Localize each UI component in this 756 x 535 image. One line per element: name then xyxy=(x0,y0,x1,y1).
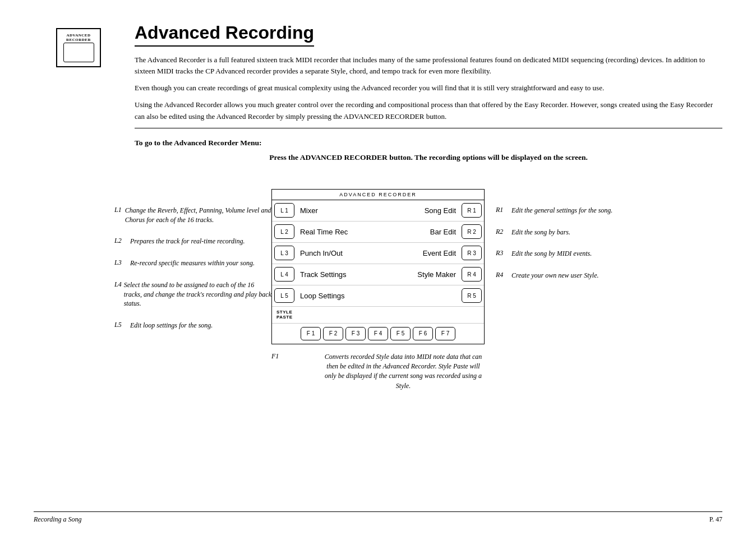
style-paste-label: STYLEPASTE xyxy=(276,310,293,320)
recorder-title-bar: ADVANCED RECORDER xyxy=(272,190,484,200)
label-code-l4: L4 xyxy=(114,280,122,289)
label-code-l2: L2 xyxy=(114,237,128,245)
label-desc-l3: Re-record specific measures within your … xyxy=(130,259,255,268)
row-left-realtimerec: Real Time Rec xyxy=(297,228,378,236)
label-code-l5: L5 xyxy=(114,321,128,329)
row-left-loop-settings: Loop Settings xyxy=(297,292,378,300)
recorder-row-4: L 4 Track Settings Style Maker R 4 xyxy=(272,264,484,285)
btn-r4[interactable]: R 4 xyxy=(462,267,482,282)
btn-l5[interactable]: L 5 xyxy=(274,288,294,303)
row-left-punchin: Punch In/Out xyxy=(297,249,378,257)
btn-f4[interactable]: F 4 xyxy=(368,327,388,340)
right-code-r4: R4 xyxy=(496,271,509,279)
recorder-display: ADVANCED RECORDER L 1 Mixer Song Edit R … xyxy=(271,189,485,391)
btn-f1[interactable]: F 1 xyxy=(301,327,321,340)
right-label-r2: R2 Edit the song by bars. xyxy=(496,228,642,237)
label-code-l1: L1 xyxy=(114,206,123,214)
logo-screen xyxy=(63,43,94,62)
page-container: ADVANCEDRECORDER Advanced Recording The … xyxy=(0,0,756,535)
recorder-row-2: L 2 Real Time Rec Bar Edit R 2 xyxy=(272,222,484,243)
left-label-l2: L2 Prepares the track for real-time reco… xyxy=(114,237,271,246)
separator xyxy=(135,128,722,128)
row-left-track-settings: Track Settings xyxy=(297,270,378,279)
header-section: ADVANCEDRECORDER Advanced Recording The … xyxy=(34,22,722,179)
btn-r2[interactable]: R 2 xyxy=(462,224,482,239)
btn-l2[interactable]: L 2 xyxy=(274,224,294,239)
right-code-r1: R1 xyxy=(496,206,509,214)
diagram-section: L1 Change the Reverb, Effect, Panning, V… xyxy=(34,189,722,391)
section-label: To go to the Advanced Recorder Menu: xyxy=(135,139,722,147)
left-label-l1: L1 Change the Reverb, Effect, Panning, V… xyxy=(114,206,271,225)
right-label-r4: R4 Create your own new user Style. xyxy=(496,271,642,280)
right-label-r3: R3 Edit the song by MIDI events. xyxy=(496,249,642,259)
left-label-l4: L4 Select the sound to be assigned to ea… xyxy=(114,280,271,308)
right-desc-r1: Edit the general settings for the song. xyxy=(511,206,612,215)
btn-f2[interactable]: F 2 xyxy=(323,327,343,340)
f1-code: F1 xyxy=(271,352,305,391)
right-labels: R1 Edit the general settings for the son… xyxy=(485,189,642,293)
intro-paragraph-2: Even though you can create recordings of… xyxy=(135,82,722,94)
f1-text: Converts recorded Style data into MIDI n… xyxy=(322,352,485,391)
recorder-row-3: L 3 Punch In/Out Event Edit R 3 xyxy=(272,243,484,264)
btn-f5[interactable]: F 5 xyxy=(390,327,411,340)
label-desc-l2: Prepares the track for real-time recordi… xyxy=(130,237,245,246)
style-paste-area: STYLEPASTE xyxy=(272,307,484,324)
right-code-r2: R2 xyxy=(496,228,509,236)
right-code-r3: R3 xyxy=(496,249,509,257)
row-right-song-edit: Song Edit xyxy=(378,206,459,215)
btn-f3[interactable]: F 3 xyxy=(345,327,366,340)
row-right-event-edit: Event Edit xyxy=(378,249,459,257)
center-instruction: Press the ADVANCED RECORDER button. The … xyxy=(135,153,722,162)
label-code-l3: L3 xyxy=(114,259,128,267)
recorder-rows: L 1 Mixer Song Edit R 1 L 2 Real Time xyxy=(272,200,484,344)
right-desc-r3: Edit the song by MIDI events. xyxy=(511,249,592,259)
row-left-mixer: Mixer xyxy=(297,206,378,215)
content-area: Advanced Recording The Advanced Recorder… xyxy=(135,22,722,179)
label-desc-l5: Edit loop settings for the song. xyxy=(130,321,213,330)
btn-r3[interactable]: R 3 xyxy=(462,246,482,260)
btn-f7[interactable]: F 7 xyxy=(435,327,455,340)
recorder-row-5: L 5 Loop Settings R 5 xyxy=(272,285,484,307)
right-label-r1: R1 Edit the general settings for the son… xyxy=(496,206,642,215)
label-desc-l4: Select the sound to be assigned to each … xyxy=(124,280,271,308)
row-right-style-maker: Style Maker xyxy=(378,270,459,279)
intro-paragraph-1: The Advanced Recorder is a full featured… xyxy=(135,54,722,77)
logo-text: ADVANCEDRECORDER xyxy=(66,33,91,43)
btn-f6[interactable]: F 6 xyxy=(413,327,433,340)
btn-r5[interactable]: R 5 xyxy=(462,288,482,303)
recorder-screen: ADVANCED RECORDER L 1 Mixer Song Edit R … xyxy=(271,189,485,344)
label-desc-l1: Change the Reverb, Effect, Panning, Volu… xyxy=(125,206,271,225)
f1-description: F1 Converts recorded Style data into MID… xyxy=(271,352,485,391)
btn-l3[interactable]: L 3 xyxy=(274,246,294,260)
row-right-bar-edit: Bar Edit xyxy=(378,228,459,236)
logo-area: ADVANCEDRECORDER xyxy=(34,22,123,67)
left-label-l3: L3 Re-record specific measures within yo… xyxy=(114,259,271,268)
footer-right: P. 47 xyxy=(709,515,722,524)
footer-left: Recording a Song xyxy=(34,515,82,524)
left-label-l5: L5 Edit loop settings for the song. xyxy=(114,321,271,330)
right-desc-r4: Create your own new user Style. xyxy=(511,271,599,280)
btn-l1[interactable]: L 1 xyxy=(274,203,294,218)
btn-l4[interactable]: L 4 xyxy=(274,267,294,282)
btn-r1[interactable]: R 1 xyxy=(462,203,482,218)
right-desc-r2: Edit the song by bars. xyxy=(511,228,570,237)
recorder-row-1: L 1 Mixer Song Edit R 1 xyxy=(272,200,484,222)
fkeys-row: F 1 F 2 F 3 F 4 F 5 xyxy=(272,324,484,344)
page-title: Advanced Recording xyxy=(135,22,314,47)
footer: Recording a Song P. 47 xyxy=(34,511,722,524)
left-labels: L1 Change the Reverb, Effect, Panning, V… xyxy=(114,189,271,343)
intro-paragraph-3: Using the Advanced Recorder allows you m… xyxy=(135,99,722,122)
logo-box: ADVANCEDRECORDER xyxy=(56,28,101,67)
